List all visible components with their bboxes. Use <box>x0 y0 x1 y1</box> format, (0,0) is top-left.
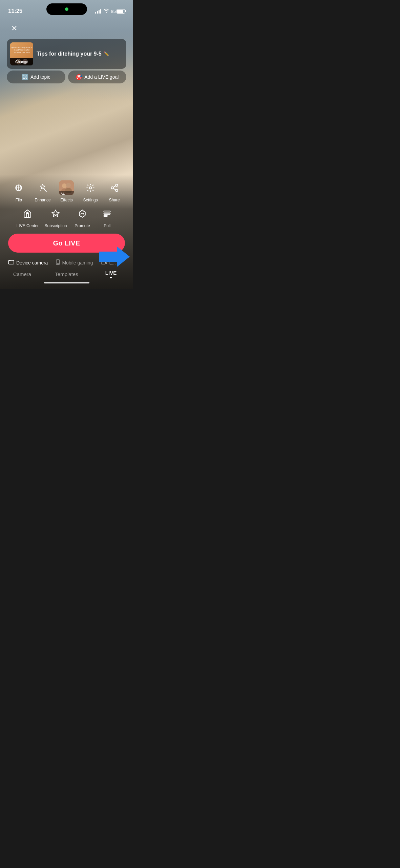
subscription-label: Subscription <box>44 223 67 228</box>
wifi-icon <box>103 8 109 14</box>
tools-row-1: Flip Enhance <box>0 175 133 202</box>
tab-camera[interactable]: Camera <box>0 271 44 278</box>
effects-label: Effects <box>60 198 72 202</box>
promote-button[interactable]: Promote <box>73 206 92 228</box>
device-camera-label: Device camera <box>16 260 48 265</box>
battery-icon <box>117 9 125 14</box>
blue-arrow-indicator <box>99 245 130 270</box>
home-indicator <box>44 282 89 283</box>
svg-line-13 <box>113 189 115 190</box>
svg-line-14 <box>113 186 115 187</box>
share-icon <box>110 183 119 192</box>
poll-label: Poll <box>104 223 110 228</box>
svg-point-5 <box>66 183 71 188</box>
phone-screen: 11:25 85 <box>0 0 133 289</box>
settings-button[interactable]: Settings <box>81 180 100 202</box>
dynamic-island <box>46 3 87 15</box>
promote-label: Promote <box>75 223 90 228</box>
close-button[interactable]: ✕ <box>7 21 22 36</box>
tab-templates-label: Templates <box>55 271 78 277</box>
battery-percentage: 85 <box>111 9 116 14</box>
svg-marker-24 <box>99 246 130 267</box>
add-live-goal-button[interactable]: 🎯 Add a LIVE goal <box>68 71 127 83</box>
add-topic-label: Add topic <box>30 74 50 80</box>
status-bar: 11:25 85 <box>0 0 133 18</box>
flip-label: Flip <box>16 198 22 202</box>
svg-rect-16 <box>104 211 111 212</box>
thumbnail-text: Tips for Pitching Your 9-5 and Working f… <box>10 42 33 58</box>
close-icon: ✕ <box>11 25 17 32</box>
tab-camera-label: Camera <box>13 271 31 277</box>
title-text-area: Tips for ditching your 9-5 ✏️ <box>37 51 123 58</box>
live-center-icon-wrap <box>20 206 35 221</box>
battery-container: 85 <box>111 9 125 14</box>
tab-live-dot <box>110 277 112 278</box>
settings-label: Settings <box>83 198 98 202</box>
mobile-gaming-label: Mobile gaming <box>62 260 93 265</box>
change-label[interactable]: Change <box>15 60 28 64</box>
effects-icon-wrap: AL <box>59 180 74 196</box>
svg-point-9 <box>89 187 92 189</box>
tab-templates[interactable]: Templates <box>44 271 89 278</box>
svg-point-15 <box>27 212 28 214</box>
subscription-button[interactable]: Subscription <box>44 206 67 228</box>
effects-preview-svg: AL <box>59 180 74 195</box>
enhance-label: Enhance <box>35 198 50 202</box>
goal-icon: 🎯 <box>76 74 82 80</box>
settings-icon-wrap <box>83 180 98 196</box>
tab-live[interactable]: LIVE <box>89 270 133 279</box>
effects-inner: AL <box>59 180 74 195</box>
svg-rect-20 <box>9 260 10 261</box>
enhance-icon-wrap <box>35 180 50 196</box>
settings-icon <box>86 183 95 192</box>
share-icon-wrap <box>107 180 122 196</box>
title-text-content: Tips for ditching your 9-5 <box>37 51 102 58</box>
status-icons: 85 <box>95 8 125 14</box>
svg-rect-19 <box>8 260 14 264</box>
live-center-label: LIVE Center <box>17 223 39 228</box>
flip-icon <box>14 183 23 192</box>
tab-live-label: LIVE <box>105 270 117 276</box>
title-card: Tips for Pitching Your 9-5 and Working f… <box>7 39 126 69</box>
signal-bars <box>95 9 101 14</box>
mobile-gaming-option[interactable]: Mobile gaming <box>56 259 93 266</box>
bottom-controls: Flip Enhance <box>0 175 133 289</box>
dynamic-island-dot <box>65 7 68 11</box>
poll-icon <box>103 209 111 218</box>
poll-button[interactable]: Poll <box>98 206 117 228</box>
effects-button[interactable]: AL Effects <box>57 180 76 202</box>
svg-rect-22 <box>57 263 59 264</box>
promote-icon-wrap <box>75 206 90 221</box>
live-title: Tips for ditching your 9-5 ✏️ <box>37 51 123 58</box>
share-button[interactable]: Share <box>105 180 124 202</box>
live-center-button[interactable]: LIVE Center <box>17 206 39 228</box>
share-label: Share <box>109 198 120 202</box>
status-time: 11:25 <box>8 8 22 15</box>
device-camera-icon <box>8 260 14 265</box>
add-topic-button[interactable]: 🔣 Add topic <box>7 71 65 83</box>
flip-button[interactable]: Flip <box>9 180 28 202</box>
edit-title-icon[interactable]: ✏️ <box>104 51 109 57</box>
promote-icon <box>78 209 87 218</box>
device-camera-option[interactable]: Device camera <box>8 260 48 265</box>
svg-point-3 <box>62 183 67 188</box>
svg-line-1 <box>44 189 46 192</box>
topic-goal-row: 🔣 Add topic 🎯 Add a LIVE goal <box>7 71 126 83</box>
mobile-gaming-icon <box>56 259 60 266</box>
arrow-svg <box>99 245 130 269</box>
flip-icon-wrap <box>11 180 26 196</box>
go-live-label: Go LIVE <box>53 239 80 247</box>
svg-rect-17 <box>104 213 111 214</box>
enhance-icon <box>38 183 47 192</box>
svg-text:AL: AL <box>61 192 65 195</box>
enhance-button[interactable]: Enhance <box>33 180 52 202</box>
tools-row-2: LIVE Center Subscription <box>0 202 133 228</box>
thumbnail-change-overlay: Change <box>10 58 33 65</box>
subscription-icon-wrap <box>48 206 63 221</box>
live-center-icon <box>23 209 32 218</box>
svg-rect-18 <box>104 215 108 216</box>
subscription-icon <box>51 209 60 218</box>
poll-icon-wrap <box>99 206 115 221</box>
topic-icon: 🔣 <box>22 74 28 80</box>
add-goal-label: Add a LIVE goal <box>84 74 119 80</box>
